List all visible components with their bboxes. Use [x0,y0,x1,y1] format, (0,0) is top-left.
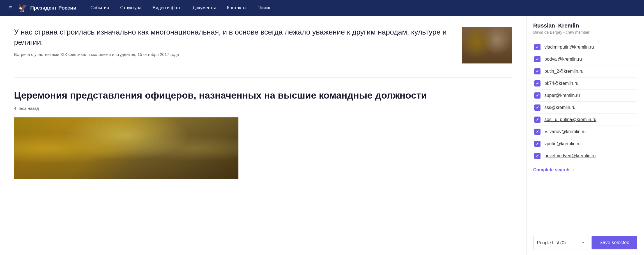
email-address-9: vputin@kremlin.ru [544,141,581,146]
logo-text: Президент России [30,5,77,11]
panel-footer: People List (0) Save selected [533,236,637,249]
checkbox-icon-4[interactable] [534,80,540,86]
nav-link-documents[interactable]: Документы [187,0,221,16]
checkbox-icon-3[interactable] [534,68,540,74]
article-section: Церемония представления офицеров, назнач… [14,89,512,179]
quote-text: У нас страна строилась изначально как мн… [14,27,453,57]
email-list: vladimirputin@kremlin.ru podval@kremlin.… [533,41,637,162]
article-image [14,117,238,179]
sidebar-panel: Russian_Kremlin David de Bergey - crew m… [526,16,644,255]
quote-section: У нас страна строилась изначально как мн… [14,27,512,63]
panel-title: Russian_Kremlin [533,22,637,29]
checkbox-icon-5[interactable] [534,92,540,99]
nav-link-structure[interactable]: Структура [114,0,147,16]
section-divider [14,78,512,78]
email-address-1: vladimirputin@kremlin.ru [544,45,594,50]
nav-link-video[interactable]: Видео и фото [147,0,187,16]
email-item-1: vladimirputin@kremlin.ru [533,41,637,53]
checkbox-icon-1[interactable] [534,44,540,50]
site-logo: 🦅 Президент России [18,3,77,13]
quote-image-placeholder [462,27,512,63]
nav-link-search[interactable]: Поиск [252,0,275,16]
quote-caption: Встреча с участниками XIX фестиваля моло… [14,52,453,57]
article-image-overlay [14,117,238,179]
email-address-6: sss@kremlin.ru [544,105,575,110]
email-item-6: sss@kremlin.ru [533,102,637,114]
checkbox-icon-7[interactable] [534,117,540,123]
checkbox-icon-10[interactable] [534,153,540,159]
save-selected-button[interactable]: Save selected [592,236,637,249]
logo-icon: 🦅 [18,3,27,13]
email-address-4: bk74@kremlin.ru [544,81,578,86]
main-layout: У нас страна строилась изначально как мн… [0,16,644,255]
email-address-3: putin_2@kremlin.ru [544,69,583,74]
email-address-10: privetmedved@kremlin.ru [544,153,596,158]
checkbox-icon-9[interactable] [534,141,540,147]
panel-subtitle: David de Bergey - crew member [533,30,637,35]
email-item-7: sosi_u_putina@kremlin.ru [533,114,637,126]
people-list-select[interactable]: People List (0) [533,236,588,249]
email-address-5: super@kremlin.ru [544,93,580,98]
email-item-4: bk74@kremlin.ru [533,78,637,90]
checkbox-icon-2[interactable] [534,56,540,62]
email-item-2: podval@kremlin.ru [533,53,637,65]
checkbox-icon-8[interactable] [534,129,540,135]
nav-link-contacts[interactable]: Контакты [221,0,252,16]
quote-main-text: У нас страна строилась изначально как мн… [14,27,453,47]
email-item-8: V.Ivanov@kremlin.ru [533,126,637,138]
article-meta: 4 часа назад [14,106,512,111]
checkbox-icon-6[interactable] [534,104,540,111]
email-item-5: super@kremlin.ru [533,90,637,102]
hamburger-menu-icon[interactable]: ≡ [8,4,12,12]
complete-search-link[interactable]: Complete search → [533,167,637,172]
nav-link-events[interactable]: События [85,0,114,16]
email-address-7: sosi_u_putina@kremlin.ru [544,117,596,122]
content-area: У нас страна строилась изначально как мн… [0,16,526,255]
email-item-9: vputin@kremlin.ru [533,138,637,150]
email-item-3: putin_2@kremlin.ru [533,65,637,78]
email-address-2: podval@kremlin.ru [544,57,582,62]
email-address-8: V.Ivanov@kremlin.ru [544,129,586,134]
article-title: Церемония представления офицеров, назнач… [14,89,512,101]
email-item-10: privetmedved@kremlin.ru [533,150,637,162]
nav-links: События Структура Видео и фото Документы… [85,0,636,16]
quote-image [462,27,512,63]
navbar: ≡ 🦅 Президент России События Структура В… [0,0,644,16]
